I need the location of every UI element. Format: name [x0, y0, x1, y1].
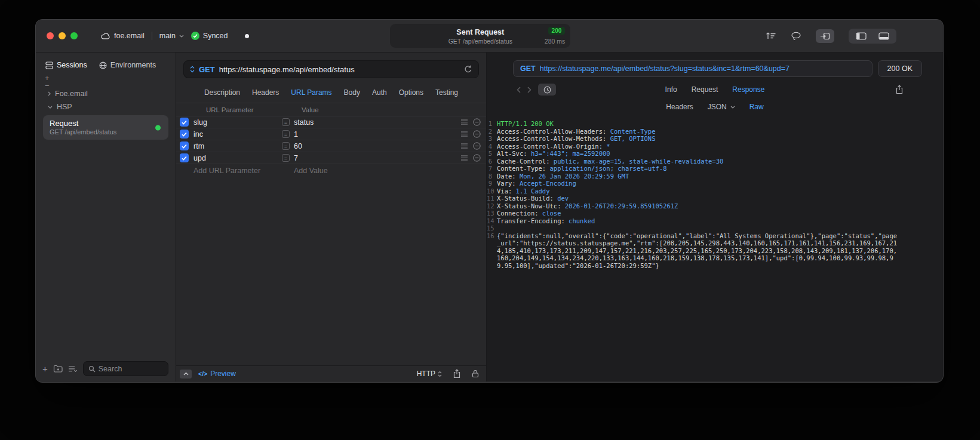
branch-name: main [159, 32, 176, 40]
sync-status[interactable]: Synced [191, 32, 228, 40]
param-value[interactable]: 1 [294, 130, 298, 139]
search-input[interactable] [99, 365, 163, 373]
request-tab-headers[interactable]: Headers [252, 88, 279, 97]
tab-sessions[interactable]: Sessions [45, 61, 87, 69]
close-window-button[interactable] [47, 32, 54, 39]
param-value[interactable]: 60 [294, 142, 302, 150]
reorder-handle-icon[interactable] [461, 119, 468, 125]
request-tab-description[interactable]: Description [204, 88, 240, 97]
tree-group-label: Foe.email [55, 90, 88, 98]
branch-selector[interactable]: main [159, 32, 184, 40]
request-tab-options[interactable]: Options [399, 88, 423, 97]
request-footer: </> Preview HTTP [176, 365, 486, 381]
sync-label: Synced [203, 32, 228, 40]
tree-group-label: HSP [57, 103, 72, 111]
remove-param-icon[interactable] [473, 130, 481, 138]
export-share-icon[interactable] [895, 85, 904, 94]
request-subtitle: GET /api/embed/status [448, 38, 512, 45]
fullscreen-window-button[interactable] [70, 32, 78, 39]
request-tab-body[interactable]: Body [344, 88, 360, 97]
cloud-project-button[interactable]: foe.email [100, 32, 145, 40]
code-line: 4Access-Control-Allow-Origin: * [487, 143, 943, 150]
history-clock-icon[interactable] [538, 84, 556, 96]
response-subtab-raw[interactable]: Raw [749, 103, 764, 111]
code-line: 16{"incidents":null,"overall":{"code":"o… [487, 232, 943, 270]
remove-param-icon[interactable] [473, 142, 481, 150]
column-url-parameter: URL Parameter [206, 106, 253, 113]
param-name[interactable]: inc [193, 130, 282, 139]
code-line: 9Vary: Accept-Encoding [487, 180, 943, 187]
response-subtab-json[interactable]: JSON [708, 103, 735, 111]
param-checkbox[interactable] [180, 141, 189, 150]
sort-filter-icon[interactable] [766, 32, 776, 40]
add-param-name[interactable]: Add URL Parameter [193, 167, 260, 175]
add-request-button[interactable]: + [42, 365, 48, 373]
response-tab-request[interactable]: Request [692, 85, 718, 94]
request-tab-url-params[interactable]: URL Params [291, 88, 331, 97]
reorder-handle-icon[interactable] [461, 131, 468, 137]
toggle-sidebar-icon[interactable] [856, 32, 867, 40]
search-field[interactable] [83, 361, 168, 376]
reorder-handle-icon[interactable] [461, 143, 468, 149]
add-param-value[interactable]: Add Value [294, 167, 328, 175]
tree-group-foe-email[interactable]: Foe.email [36, 87, 176, 100]
response-subtabs: HeadersJSONRaw [487, 96, 943, 116]
response-code[interactable]: 1HTTP/1.1 200 OK2Access-Control-Allow-He… [487, 116, 943, 269]
response-tab-response[interactable]: Response [732, 85, 764, 94]
param-name[interactable]: upd [193, 154, 282, 162]
reveal-panel-icon[interactable] [180, 370, 192, 379]
param-checkbox[interactable] [180, 130, 189, 139]
request-url-field[interactable]: GET https://statuspage.me/api/embed/stat… [183, 60, 479, 78]
request-item-subtitle: GET /api/embed/status [50, 128, 162, 136]
tree-group-hsp[interactable]: HSP [36, 100, 176, 113]
param-name[interactable]: slug [193, 118, 282, 127]
reorder-handle-icon[interactable] [461, 155, 468, 161]
response-tab-info[interactable]: Info [665, 85, 677, 94]
share-icon[interactable] [453, 369, 461, 379]
chevron-down-icon [179, 35, 184, 38]
param-checkbox[interactable] [180, 153, 189, 162]
method-dropdown-icon[interactable] [190, 66, 195, 73]
code-line: 8Date: Mon, 26 Jan 2026 20:29:59 GMT [487, 173, 943, 180]
request-method[interactable]: GET [199, 65, 215, 74]
param-checkbox[interactable] [180, 118, 189, 127]
minimize-window-button[interactable] [59, 32, 66, 39]
param-rows: slug=statusinc=1rtm=60upd=7 [176, 116, 486, 164]
sent-request-summary[interactable]: Sent Request 200 GET /api/embed/status 2… [390, 24, 570, 48]
titlebar: foe.email main Synced Sent Request 200 [36, 20, 943, 53]
request-status-dot [155, 125, 161, 130]
request-list-item[interactable]: Request GET /api/embed/status [43, 115, 168, 140]
toolbar-right [766, 29, 896, 44]
preview-button[interactable]: </> Preview [198, 370, 236, 378]
request-tab-testing[interactable]: Testing [435, 88, 458, 97]
param-row-rtm: rtm=60 [176, 140, 486, 152]
remove-param-icon[interactable] [473, 154, 481, 162]
tab-environments[interactable]: Environments [99, 61, 156, 69]
dock-panel-icon[interactable] [816, 29, 834, 43]
request-tab-auth[interactable]: Auth [372, 88, 387, 97]
protocol-label: HTTP [417, 370, 435, 378]
history-back-icon[interactable] [513, 87, 524, 93]
column-value: Value [302, 106, 319, 113]
response-url-field[interactable]: GET https://statuspage.me/api/embed/stat… [513, 60, 873, 77]
response-nav-bar: InfoRequestResponse [487, 77, 943, 96]
new-folder-icon[interactable] [53, 365, 63, 373]
remove-session-button[interactable]: − [45, 82, 50, 90]
project-status-group: foe.email main Synced [100, 32, 249, 40]
globe-icon [99, 61, 107, 69]
send-request-icon[interactable] [464, 65, 472, 73]
remove-param-icon[interactable] [473, 118, 481, 126]
list-options-icon[interactable] [68, 365, 78, 373]
sessions-icon [45, 61, 53, 69]
protocol-selector[interactable]: HTTP [417, 370, 442, 378]
param-value[interactable]: status [294, 118, 314, 127]
history-forward-icon[interactable] [524, 87, 534, 93]
request-url[interactable]: https://statuspage.me/api/embed/status [219, 65, 355, 74]
param-value[interactable]: 7 [294, 154, 298, 162]
lasso-icon[interactable] [791, 32, 801, 41]
response-subtab-headers[interactable]: Headers [666, 103, 693, 111]
lock-icon[interactable] [472, 370, 479, 378]
param-name[interactable]: rtm [193, 142, 282, 150]
check-circle-icon [191, 32, 199, 40]
toggle-bottom-panel-icon[interactable] [878, 32, 889, 40]
